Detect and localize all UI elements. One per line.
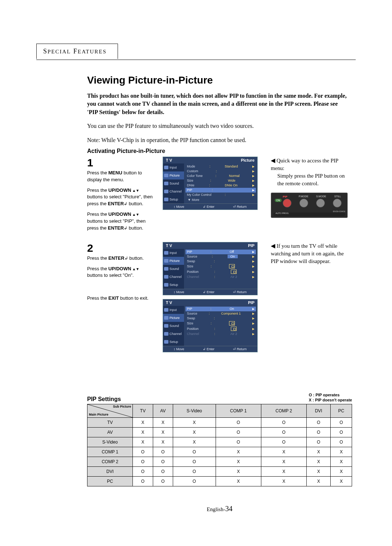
table-cell: O bbox=[153, 477, 173, 486]
table-row: TVXXXOOOO bbox=[87, 418, 352, 428]
header-rule bbox=[36, 60, 356, 60]
osd-menu-row: DNIe: DNIe On▶ bbox=[185, 183, 256, 188]
table-cell: O bbox=[216, 418, 261, 428]
table-row-header: S-Video bbox=[87, 437, 133, 447]
table-diagonal-header: Sub Picture Main Picture bbox=[87, 404, 133, 418]
table-cell: X bbox=[153, 428, 173, 437]
intro-bold: This product has one built-in tuner, whi… bbox=[87, 92, 348, 116]
enter-icon: ↲ bbox=[124, 201, 127, 206]
table-col-header: COMP 1 bbox=[216, 404, 261, 418]
table-cell: X bbox=[331, 457, 352, 467]
osd-menu-row: Channel: Air 2▶ bbox=[185, 332, 256, 336]
osd-menu-row: Position: ▶ bbox=[185, 269, 256, 275]
sub-heading: Activating Picture-in-Picture bbox=[87, 148, 352, 154]
osd-sidebar-item: Picture bbox=[163, 257, 184, 265]
section-header-box: SPECIAL FEATURES bbox=[36, 44, 118, 59]
table-row: DVIOOOXXXX bbox=[87, 467, 352, 477]
osd-sidebar-item: Input bbox=[163, 249, 184, 257]
step-1-number: 1 bbox=[87, 157, 156, 169]
table-cell: O bbox=[261, 428, 306, 437]
pip-settings-table: Sub Picture Main Picture TV AV S-Video C… bbox=[87, 404, 352, 486]
left-arrow-icon: ◀ bbox=[271, 243, 275, 249]
osd-menu-row: PIP: Off▶ bbox=[185, 250, 256, 254]
table-cell: X bbox=[216, 457, 261, 467]
table-col-header: COMP 2 bbox=[261, 404, 306, 418]
table-cell: O bbox=[173, 467, 216, 477]
table-cell: X bbox=[331, 477, 352, 486]
table-cell: O bbox=[173, 477, 216, 486]
step-2-text-1: Press the ENTER↲ button. bbox=[87, 255, 156, 262]
step-2-text-2: Press the UP/DOWN ▲▼ buttons to select "… bbox=[87, 266, 156, 279]
table-cell: X bbox=[216, 467, 261, 477]
table-row-header: TV bbox=[87, 418, 133, 428]
side-note-1: ◀Quick way to access the PIP menu: Simpl… bbox=[271, 157, 352, 187]
table-cell: O bbox=[307, 437, 331, 447]
step-2-number: 2 bbox=[87, 242, 156, 254]
intro-line-2: Note: While V-Chip is in operation, the … bbox=[87, 136, 352, 144]
table-col-header: DVI bbox=[307, 404, 331, 418]
osd-screenshot-1: T VPicture InputPictureSoundChannelSetup… bbox=[163, 157, 258, 210]
osd-sidebar-item: Channel bbox=[163, 187, 184, 195]
enter-icon: ↲ bbox=[124, 226, 127, 231]
osd-sidebar-item: Sound bbox=[163, 179, 184, 187]
table-cell: X bbox=[216, 477, 261, 486]
table-cell: X bbox=[261, 477, 306, 486]
table-cell: O bbox=[331, 418, 352, 428]
table-cell: O bbox=[307, 428, 331, 437]
section-header: SPECIAL FEATURES bbox=[43, 48, 107, 55]
table-cell: O bbox=[133, 457, 153, 467]
table-cell: X bbox=[307, 457, 331, 467]
table-cell: X bbox=[331, 467, 352, 477]
osd-screenshot-3: T VPIP InputPictureSoundChannelSetup PIP… bbox=[163, 299, 258, 352]
table-row: COMP 1OOOXXXX bbox=[87, 447, 352, 457]
osd-sidebar-item: Setup bbox=[163, 281, 184, 289]
remote-pip-button bbox=[283, 199, 291, 207]
osd-sidebar-item: Input bbox=[163, 306, 184, 314]
table-cell: O bbox=[261, 437, 306, 447]
table-col-header: PC bbox=[331, 404, 352, 418]
osd-menu-row: Size: ▶ bbox=[185, 264, 256, 269]
updown-icon: ▲▼ bbox=[131, 189, 139, 193]
left-arrow-icon: ◀ bbox=[271, 157, 275, 163]
table-cell: O bbox=[173, 447, 216, 457]
osd-sidebar-item: Sound bbox=[163, 265, 184, 273]
table-cell: X bbox=[307, 477, 331, 486]
osd-menu-row: PIP: On▶ bbox=[185, 307, 256, 311]
table-cell: O bbox=[216, 428, 261, 437]
table-cell: O bbox=[216, 437, 261, 447]
step-1-text-3: Press the UP/DOWN ▲▼ buttons to select "… bbox=[87, 211, 156, 232]
table-cell: O bbox=[153, 467, 173, 477]
table-cell: O bbox=[261, 418, 306, 428]
osd-sidebar-item: Input bbox=[163, 163, 184, 171]
table-cell: X bbox=[216, 447, 261, 457]
osd-sidebar-item: Picture bbox=[163, 314, 184, 322]
osd-menu-row: Swap: ▶ bbox=[185, 316, 256, 321]
table-row: S-VideoXXXOOOO bbox=[87, 437, 352, 447]
table-cell: O bbox=[173, 457, 216, 467]
table-cell: X bbox=[153, 437, 173, 447]
table-cell: X bbox=[307, 467, 331, 477]
table-row: COMP 2OOOXXXX bbox=[87, 457, 352, 467]
osd-menu-row: Swap: ▶ bbox=[185, 259, 256, 264]
osd-sidebar-item: Channel bbox=[163, 330, 184, 338]
table-cell: X bbox=[307, 447, 331, 457]
table-cell: O bbox=[133, 467, 153, 477]
table-cell: X bbox=[261, 467, 306, 477]
intro-line-1: You can use the PIP feature to simultane… bbox=[87, 122, 352, 130]
osd-sidebar-item: Picture bbox=[163, 171, 184, 179]
table-cell: O bbox=[133, 477, 153, 486]
table-row: PCOOOXXXX bbox=[87, 477, 352, 486]
osd-menu-row: Size: ▶ bbox=[185, 321, 256, 326]
osd-menu-row: Source: Component 1▶ bbox=[185, 311, 256, 316]
osd-menu-row: PIP: ▶ bbox=[185, 188, 256, 193]
table-cell: X bbox=[153, 418, 173, 428]
table-cell: O bbox=[133, 447, 153, 457]
osd-menu-row: Size: Wide▶ bbox=[185, 178, 256, 183]
updown-icon: ▲▼ bbox=[131, 267, 139, 271]
enter-icon: ↲ bbox=[124, 256, 128, 261]
osd-screenshot-2: T VPIP InputPictureSoundChannelSetup PIP… bbox=[163, 242, 258, 295]
table-row-header: DVI bbox=[87, 467, 133, 477]
table-cell: O bbox=[153, 447, 173, 457]
table-row: AVXXXOOOO bbox=[87, 428, 352, 437]
osd-menu-row: Color Tone: Normal▶ bbox=[185, 174, 256, 178]
